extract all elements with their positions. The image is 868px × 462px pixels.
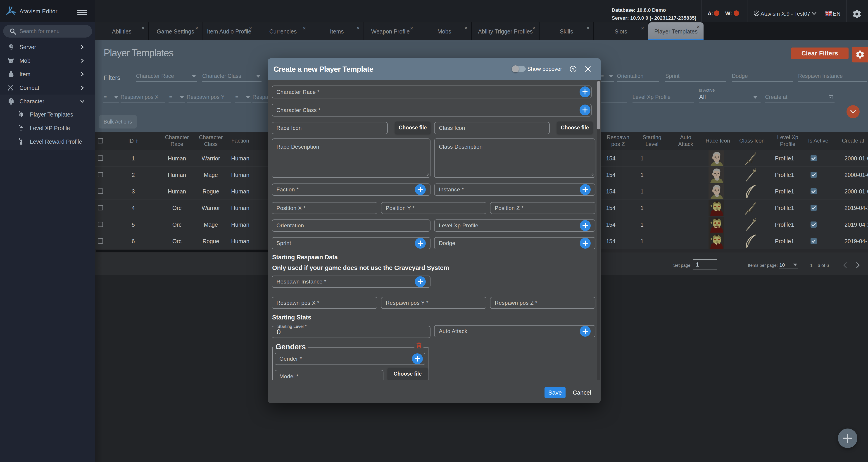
svg-text:?: ? xyxy=(572,67,574,71)
